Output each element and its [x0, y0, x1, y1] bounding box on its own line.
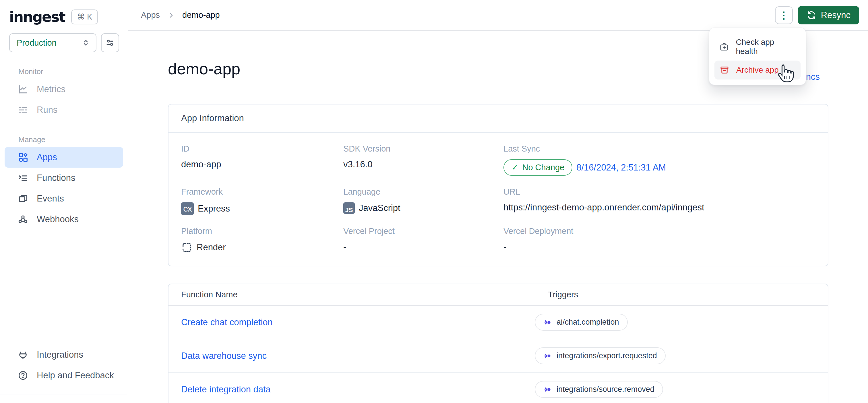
sidebar-item-runs[interactable]: Runs: [5, 100, 123, 120]
sidebar-item-label: Help and Feedback: [37, 370, 114, 381]
sidebar-nav: Monitor Metrics Runs: [0, 52, 128, 229]
info-label: URL: [503, 187, 815, 197]
table-row: Data warehouse sync integrations/export.…: [168, 339, 828, 373]
sidebar-item-label: Functions: [37, 173, 75, 183]
trigger-name: integrations/export.requested: [557, 351, 657, 360]
trigger-name: ai/chat.completion: [557, 318, 619, 327]
info-label: Framework: [181, 187, 343, 197]
sidebar-footer: Integrations Help and Feedback: [0, 344, 128, 403]
menu-item-archive-app[interactable]: Archive app: [714, 61, 801, 80]
info-field-vercel-project: Vercel Project -: [343, 226, 503, 253]
app-information-title: App Information: [168, 104, 828, 133]
archive-icon: [719, 65, 730, 75]
sidebar-item-apps[interactable]: Apps: [5, 147, 123, 167]
sidebar: inngest ⌘ K Production: [0, 0, 128, 403]
info-value: -: [503, 242, 815, 252]
last-sync-timestamp-link[interactable]: 8/16/2024, 2:51:31 AM: [577, 162, 666, 173]
info-label: Language: [343, 187, 503, 197]
column-header-function-name: Function Name: [181, 290, 535, 299]
info-label: Last Sync: [503, 144, 815, 154]
trigger-pill: ai/chat.completion: [535, 314, 628, 331]
resync-button[interactable]: Resync: [798, 6, 859, 24]
app-url-value: https://inngest-demo-app.onrender.com/ap…: [503, 203, 815, 213]
info-label: Vercel Project: [343, 226, 503, 236]
functions-icon: [17, 173, 29, 183]
topbar-actions: ⋮ Resync: [775, 6, 859, 24]
sidebar-item-metrics[interactable]: Metrics: [5, 79, 123, 100]
resync-label: Resync: [821, 10, 850, 20]
sidebar-item-webhooks[interactable]: Webhooks: [5, 209, 123, 229]
chevron-up-down-icon: [82, 38, 90, 47]
function-link[interactable]: Data warehouse sync: [181, 351, 535, 361]
event-trigger-icon: [544, 385, 552, 394]
kebab-icon: ⋮: [779, 10, 789, 20]
help-icon: [17, 370, 29, 381]
inngest-app-window: inngest ⌘ K Production: [0, 0, 868, 403]
environment-select[interactable]: Production: [9, 33, 96, 52]
sidebar-item-label: Events: [37, 193, 64, 204]
sidebar-item-help[interactable]: Help and Feedback: [5, 365, 123, 386]
functions-table-header: Function Name Triggers: [168, 284, 828, 306]
trigger-pill: integrations/source.removed: [535, 381, 663, 398]
info-label: Platform: [181, 226, 343, 236]
javascript-icon: JS: [343, 203, 355, 214]
app-actions-dropdown: Check app health Archive app: [709, 28, 806, 85]
info-field-framework: Framework ex Express: [181, 187, 343, 215]
sidebar-item-label: Apps: [37, 152, 57, 162]
breadcrumb: Apps demo-app: [141, 10, 220, 20]
sidebar-item-integrations[interactable]: Integrations: [5, 344, 123, 365]
sliders-icon: [105, 38, 115, 48]
breadcrumb-apps-link[interactable]: Apps: [141, 10, 160, 20]
no-change-status-badge: ✓ No Change: [503, 159, 572, 176]
metrics-icon: [17, 84, 29, 95]
info-field-id: ID demo-app: [181, 144, 343, 176]
info-field-language: Language JS JavaScript: [343, 187, 503, 215]
info-value: -: [343, 242, 503, 252]
main-content: demo-app See all syncs App Information I…: [128, 31, 868, 403]
apps-icon: [17, 152, 29, 163]
table-row: Create chat completion ai/chat.completio…: [168, 306, 828, 339]
events-icon: [17, 193, 29, 204]
refresh-icon: [807, 10, 816, 20]
menu-item-check-app-health[interactable]: Check app health: [714, 33, 801, 61]
sidebar-item-functions[interactable]: Functions: [5, 167, 123, 188]
sidebar-item-events[interactable]: Events: [5, 188, 123, 209]
command-icon: ⌘: [77, 12, 85, 22]
section-label-monitor: Monitor: [19, 67, 123, 76]
info-label: ID: [181, 144, 343, 154]
app-information-grid: ID demo-app SDK Version v3.16.0 Last Syn…: [168, 133, 828, 266]
app-actions-menu-button[interactable]: ⋮: [775, 6, 793, 24]
sidebar-item-label: Integrations: [37, 350, 83, 360]
table-row: Delete integration data integrations/sou…: [168, 373, 828, 403]
info-label: Vercel Deployment: [503, 226, 815, 236]
runs-icon: [17, 104, 29, 115]
function-link[interactable]: Delete integration data: [181, 384, 535, 395]
info-field-url: URL https://inngest-demo-app.onrender.co…: [503, 187, 815, 215]
info-field-last-sync: Last Sync ✓ No Change 8/16/2024, 2:51:31…: [503, 144, 815, 176]
command-k-shortcut[interactable]: ⌘ K: [71, 9, 98, 24]
environment-filter-button[interactable]: [101, 33, 119, 52]
info-value: demo-app: [181, 159, 343, 169]
event-trigger-icon: [544, 352, 552, 360]
info-value: JavaScript: [359, 203, 400, 213]
logo-row: inngest ⌘ K: [0, 0, 128, 29]
function-link[interactable]: Create chat completion: [181, 317, 535, 328]
health-kit-icon: [719, 42, 730, 52]
render-platform-icon: [181, 242, 193, 253]
sidebar-item-label: Metrics: [37, 84, 65, 94]
topbar: Apps demo-app ⋮ Resync: [128, 0, 868, 31]
plug-icon: [17, 349, 29, 360]
trigger-name: integrations/source.removed: [557, 385, 654, 394]
functions-table-card: Function Name Triggers Create chat compl…: [168, 284, 828, 403]
app-information-card: App Information ID demo-app SDK Version …: [168, 104, 828, 267]
webhooks-icon: [17, 214, 29, 225]
check-icon: ✓: [512, 163, 518, 172]
info-value: v3.16.0: [343, 159, 503, 169]
menu-item-label: Check app health: [736, 38, 796, 56]
status-badge-label: No Change: [522, 163, 564, 172]
info-field-platform: Platform Render: [181, 226, 343, 253]
environment-value: Production: [17, 38, 57, 48]
info-label: SDK Version: [343, 144, 503, 154]
info-field-sdk-version: SDK Version v3.16.0: [343, 144, 503, 176]
environment-row: Production: [0, 29, 128, 52]
